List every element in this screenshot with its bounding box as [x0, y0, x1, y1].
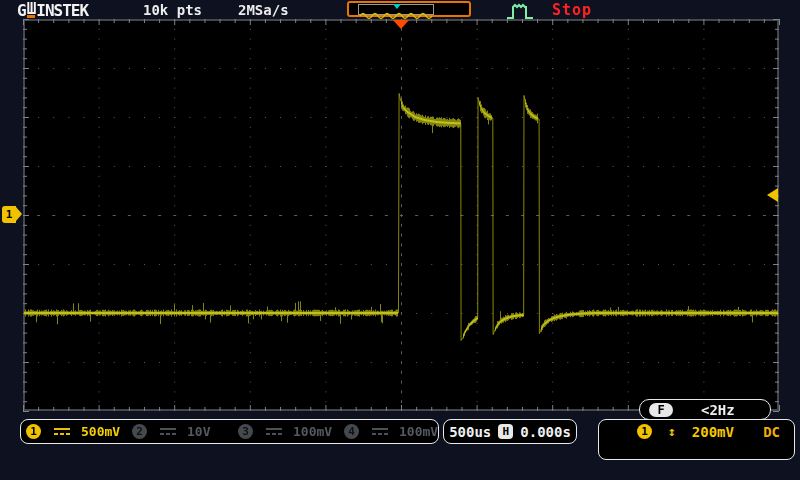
trigger-level-value: 200mV [692, 424, 734, 440]
trigger-frequency-value: <2Hz [701, 402, 735, 418]
channel-2-badge: 2 [132, 424, 147, 439]
channel-3-indicator[interactable]: 3 100mV [238, 420, 332, 443]
trigger-frequency-display: F <2Hz [639, 399, 771, 420]
frequency-badge-icon: F [649, 403, 673, 417]
channel1-position-marker[interactable]: 1 [2, 206, 22, 223]
timebase-position: 0.000s [520, 424, 571, 440]
trigger-level-arrow-icon: ↕ [668, 424, 676, 439]
channel-1-indicator[interactable]: 1 500mV [26, 420, 120, 443]
memory-trigger-position-icon [393, 4, 401, 9]
channel-2-indicator[interactable]: 2 10V [132, 420, 210, 443]
acquisition-status: Stop [552, 1, 592, 19]
channel-1-scale: 500mV [81, 424, 120, 439]
channel1-position-label: 1 [2, 206, 16, 223]
channel-status-bar: 1 500mV 2 10V 3 100mV 4 100mV [20, 419, 439, 444]
dc-coupling-icon [372, 428, 388, 435]
trigger-pulse-icon [505, 2, 535, 20]
trigger-source-badge: 1 [637, 424, 652, 439]
timebase-indicator[interactable]: 500us H 0.000s [443, 419, 577, 444]
horizontal-badge-icon: H [498, 424, 513, 439]
channel-1-badge: 1 [26, 424, 41, 439]
memory-waveform-icon [359, 11, 433, 20]
oscilloscope-screen: { "header": { "brand": { "g": "G", "sha"… [0, 0, 800, 480]
dc-coupling-icon [266, 428, 282, 435]
trigger-coupling: DC [763, 424, 780, 440]
sample-rate-readout: 2MSa/s [238, 2, 289, 18]
channel-2-scale: 10V [187, 424, 210, 439]
trigger-position-marker-icon[interactable] [393, 20, 409, 29]
acquisition-memory-bar [347, 1, 471, 17]
channel-4-badge: 4 [344, 424, 359, 439]
brand-logo-rest: INSTEK [36, 1, 88, 20]
channel-3-badge: 3 [238, 424, 253, 439]
trigger-level-marker-icon[interactable] [767, 188, 778, 202]
brand-logo-g: G [17, 1, 26, 20]
dc-coupling-icon [54, 428, 70, 435]
brand-logo-sha: Ш [27, 3, 36, 18]
record-length-readout: 10k pts [143, 2, 202, 18]
channel-4-scale: 100mV [399, 424, 438, 439]
dc-coupling-icon [160, 428, 176, 435]
timebase-scale: 500us [449, 424, 491, 440]
channel-4-indicator[interactable]: 4 100mV [344, 420, 438, 443]
trigger-status-box[interactable]: 1 ↕ 200mV DC [598, 419, 795, 460]
top-bar: GШINSTEK 10k pts 2MSa/s Stop [0, 0, 800, 20]
channel-3-scale: 100mV [293, 424, 332, 439]
brand-logo: GШINSTEK [17, 1, 88, 19]
